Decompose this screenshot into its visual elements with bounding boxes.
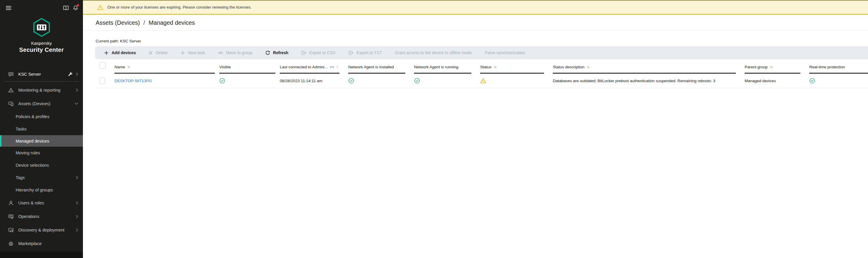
sidebar-item-label: Discovery & deployment — [18, 228, 64, 232]
sidebar-item-tasks[interactable]: Tasks — [0, 123, 83, 135]
plus-icon — [104, 51, 108, 55]
toolbar: Add devicesDeleteNew taskMove to groupRe… — [95, 46, 868, 59]
plus-icon — [181, 51, 185, 55]
sort-icon[interactable]: ↑↓ — [770, 65, 772, 69]
parent-group-value: Managed devices — [745, 79, 776, 83]
x-icon — [149, 51, 153, 55]
move-icon — [218, 51, 223, 55]
book-icon[interactable] — [62, 4, 69, 11]
force-sync-button[interactable]: Force synchronization — [485, 50, 525, 55]
delete-button[interactable]: Delete — [149, 50, 167, 55]
sidebar-item-hierarchy-of-groups[interactable]: Hierarchy of groups — [0, 184, 83, 196]
main-content: One or more of your licenses are expirin… — [83, 0, 868, 258]
chevron-down-icon — [74, 102, 79, 105]
device-name-link[interactable]: DESKTOP-58T13PG — [115, 79, 152, 83]
chevron-right-icon — [75, 214, 79, 219]
sidebar-footer-strip — [0, 252, 83, 258]
sidebar-item-operations[interactable]: Operations — [0, 210, 83, 223]
sidebar-item-policies-profiles[interactable]: Policies & profiles — [0, 110, 83, 123]
chevron-right-icon — [75, 201, 79, 205]
column-header-last-connected[interactable]: Last connected to Admini...>>↑ — [280, 62, 348, 74]
sidebar-item-label: Policies & profiles — [16, 114, 49, 119]
sidebar-item-users-roles[interactable]: Users & roles — [0, 196, 83, 210]
sort-icon[interactable]: ↑↓ — [127, 65, 130, 69]
sidebar-item-monitoring-reporting[interactable]: Monitoring & reporting — [0, 83, 83, 97]
breadcrumb: Assets (Devices) / Managed devices — [83, 15, 868, 31]
new-task-button[interactable]: New task — [181, 50, 205, 55]
hamburger-menu-icon[interactable] — [5, 4, 12, 11]
move-to-group-button[interactable]: Move to group — [218, 50, 253, 55]
toolbar-button-label: Export to CSV — [309, 50, 336, 55]
server-icon — [8, 72, 14, 77]
brand-line-1: Kaspersky — [0, 41, 83, 46]
toolbar-button-label: Add devices — [112, 50, 136, 55]
license-warning-banner: One or more of your licenses are expirin… — [83, 0, 868, 15]
sidebar-item-device-selections[interactable]: Device selections — [0, 159, 83, 172]
operations-icon — [8, 214, 14, 219]
sidebar: Kaspersky Security Center KSC ServerMoni… — [0, 0, 83, 258]
expand-column-link[interactable]: >> — [330, 65, 334, 69]
chevron-right-icon — [75, 176, 79, 180]
sidebar-item-label: Hierarchy of groups — [16, 188, 53, 192]
bell-icon[interactable] — [72, 4, 79, 11]
export-csv-button[interactable]: Export to CSV — [301, 50, 336, 55]
agent-running-cell — [414, 74, 480, 88]
warning-triangle-icon — [97, 5, 103, 10]
column-header-label: Last connected to Admini... — [280, 65, 328, 69]
column-header-agent-installed: Network Agent is installed — [348, 62, 414, 74]
refresh-button[interactable]: Refresh — [265, 50, 288, 55]
last-connected-value: 08/28/2023 11:14:11 am — [280, 79, 322, 83]
sidebar-item-discovery-deployment[interactable]: Discovery & deployment — [0, 223, 83, 237]
sidebar-item-tags[interactable]: Tags — [0, 172, 83, 184]
user-icon — [8, 200, 14, 205]
sort-icon[interactable]: ↑↓ — [586, 65, 589, 69]
column-header-label: Parent group — [745, 65, 768, 69]
check-circle-icon — [219, 78, 225, 84]
wrench-icon[interactable] — [68, 72, 72, 77]
sidebar-item-moving-rules[interactable]: Moving rules — [0, 147, 83, 159]
status-cell — [480, 74, 553, 88]
sidebar-item-label: KSC Server — [18, 72, 41, 77]
column-header-label: Network Agent is installed — [348, 65, 394, 69]
export-txt-button[interactable]: Export to TXT — [348, 50, 382, 55]
column-header-label: Status description — [553, 65, 584, 69]
toolbar-button-label: Move to group — [226, 50, 253, 55]
breadcrumb-separator: / — [144, 20, 145, 26]
select-all-checkbox[interactable] — [99, 62, 106, 69]
column-header-name[interactable]: Name↑↓ — [111, 62, 219, 74]
column-header-status-description[interactable]: Status description↑↓ — [553, 62, 745, 74]
column-header-status[interactable]: Status↑↓ — [480, 62, 553, 74]
sidebar-item-label: Assets (Devices) — [18, 101, 51, 106]
column-header-parent-group[interactable]: Parent group↑↓ — [745, 62, 809, 74]
sidebar-item-managed-devices[interactable]: Managed devices — [0, 135, 83, 147]
sidebar-nav: KSC ServerMonitoring & reportingAssets (… — [0, 69, 83, 250]
sidebar-item-label: Tasks — [16, 126, 27, 132]
toolbar-button-label: Grant access to the device in offline mo… — [395, 50, 472, 55]
sidebar-item-label: Managed devices — [16, 139, 49, 143]
add-devices-button[interactable]: Add devices — [104, 50, 136, 55]
column-header-label: Name — [115, 65, 125, 69]
toolbar-button-label: Delete — [156, 50, 167, 55]
status-description-value: Databases are outdated; BitLocker preboo… — [553, 79, 715, 83]
status-description-cell: Databases are outdated; BitLocker preboo… — [553, 74, 745, 88]
toolbar-button-label: New task — [188, 50, 205, 55]
row-checkbox[interactable] — [99, 77, 105, 84]
sidebar-item-ksc-server[interactable]: KSC Server — [0, 69, 83, 79]
sidebar-item-assets-devices[interactable]: Assets (Devices) — [0, 97, 83, 110]
devices-table: Name↑↓VisibleLast connected to Admini...… — [96, 62, 868, 88]
sidebar-item-label: Moving rules — [16, 150, 40, 155]
grant-offline-access-button[interactable]: Grant access to the device in offline mo… — [395, 50, 472, 55]
sort-icon[interactable]: ↑↓ — [493, 65, 496, 69]
current-path-label: Current path: KSC Server — [96, 39, 868, 43]
breadcrumb-parent[interactable]: Assets (Devices) — [96, 20, 140, 26]
sidebar-item-label: Device selections — [16, 163, 49, 168]
sidebar-item-marketplace[interactable]: Marketplace — [0, 237, 83, 250]
sort-asc-icon[interactable]: ↑ — [336, 65, 338, 69]
export-icon — [348, 51, 353, 55]
visible-cell — [219, 74, 280, 88]
sidebar-item-label: Marketplace — [18, 241, 42, 246]
column-header-realtime-protection: Real-time protection — [809, 62, 868, 74]
sidebar-divider — [4, 81, 79, 82]
chevron-right-icon — [75, 228, 79, 232]
sidebar-top-bar — [0, 0, 83, 11]
